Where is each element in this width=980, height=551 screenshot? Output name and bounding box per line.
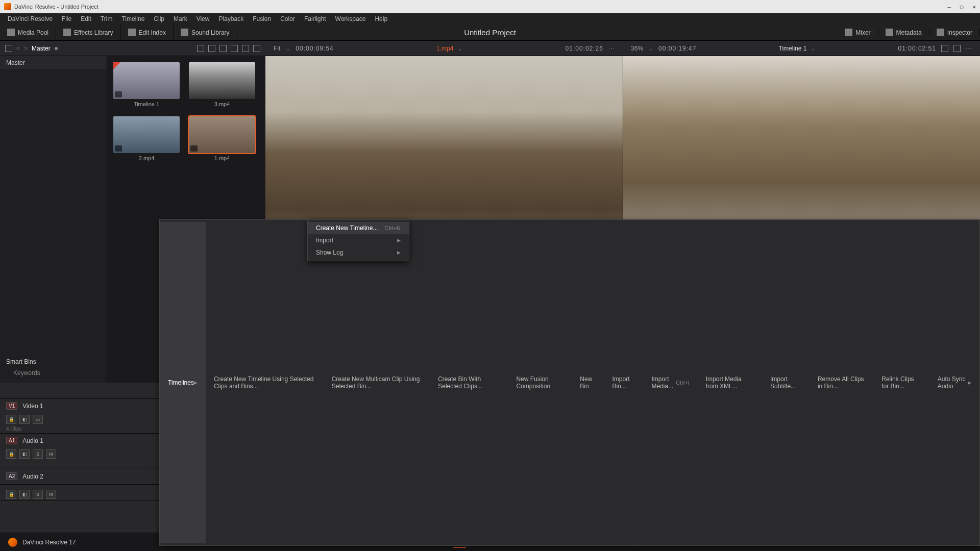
window-controls: — ▢ ✕	[947, 4, 976, 10]
master-bin[interactable]: Master	[0, 56, 107, 69]
inspector-toggle[interactable]: Inspector	[929, 29, 980, 36]
src-current-tc: 01:00:02:26	[566, 45, 603, 52]
menu-clip[interactable]: Clip	[149, 14, 169, 24]
single-viewer-icon[interactable]	[953, 45, 961, 52]
app-icon	[4, 3, 11, 10]
mixer-icon	[845, 29, 852, 36]
close-button[interactable]: ✕	[972, 4, 976, 10]
options-icon[interactable]	[253, 45, 260, 52]
edit-index-toggle[interactable]: Edit Index	[121, 24, 174, 40]
ctx-create-new-timeline[interactable]: Create New Timeline...Ctrl+N	[308, 222, 409, 234]
src-zoom[interactable]: Fit	[274, 45, 280, 52]
mute-button[interactable]: M	[46, 490, 56, 499]
maximize-button[interactable]: ▢	[960, 4, 964, 10]
keywords-bin[interactable]: Keywords	[6, 367, 101, 379]
project-title: Untitled Project	[464, 28, 516, 37]
menu-workspace[interactable]: Workspace	[331, 14, 371, 24]
audio-badge-icon	[190, 145, 198, 152]
context-menu: Timelines▶ Create New Timeline Using Sel…	[159, 219, 980, 546]
inspector-icon	[937, 29, 944, 36]
grid-view-icon[interactable]	[208, 45, 215, 52]
menu-fairlight[interactable]: Fairlight	[300, 14, 331, 24]
sort-icon[interactable]	[219, 45, 227, 52]
effects-icon	[63, 29, 71, 36]
effects-toggle[interactable]: Effects Library	[56, 24, 120, 40]
ctx-timelines[interactable]: Timelines▶	[160, 222, 206, 543]
secondary-bar: <> Master Fit⌄ 00:00:09:54 1.mp4⌄ 01:00:…	[0, 41, 980, 56]
minimize-button[interactable]: —	[947, 4, 951, 10]
auto-select-icon[interactable]: ◧	[19, 449, 30, 459]
bin-view-icon[interactable]	[5, 45, 12, 52]
thumb-1mp4[interactable]: 1.mp4	[189, 116, 255, 161]
ctx-show-log[interactable]: Show Log▶	[308, 246, 409, 259]
metadata-toggle[interactable]: Metadata	[878, 29, 929, 36]
ctx-create-timeline-selected[interactable]: Create New Timeline Using Selected Clips…	[206, 222, 324, 543]
thumb-timeline-1[interactable]: Timeline 1	[113, 62, 180, 107]
auto-select-icon[interactable]: ◧	[19, 415, 30, 424]
search-icon[interactable]	[231, 45, 238, 52]
video-scopes-icon[interactable]	[941, 45, 948, 52]
src-duration-tc: 00:00:09:54	[296, 45, 333, 52]
ctx-create-bin-selected[interactable]: Create Bin With Selected Clips...	[430, 222, 508, 543]
solo-button[interactable]: S	[33, 449, 43, 459]
sound-icon	[181, 29, 188, 36]
bin-sidebar: Master Smart Bins Keywords	[0, 56, 107, 383]
menu-edit[interactable]: Edit	[76, 14, 96, 24]
menu-playback[interactable]: Playback	[214, 14, 248, 24]
list-view-icon[interactable]	[197, 45, 204, 52]
lock-icon[interactable]: 🔒	[6, 490, 16, 499]
mixer-toggle[interactable]: Mixer	[838, 29, 878, 36]
ctx-new-fusion[interactable]: New Fusion Composition	[508, 222, 572, 543]
ctx-remove-clips[interactable]: Remove All Clips in Bin...	[810, 222, 873, 543]
lock-icon[interactable]: 🔒	[6, 415, 16, 424]
prog-zoom[interactable]: 36%	[631, 45, 643, 52]
disable-video-icon[interactable]: ▭	[33, 415, 43, 424]
ctx-import-bin[interactable]: Import Bin...	[604, 222, 643, 543]
ctx-relink-clips[interactable]: Relink Clips for Bin...	[873, 222, 929, 543]
mute-button[interactable]: M	[46, 449, 56, 459]
ctx-import-media[interactable]: Import Media...Ctrl+I	[644, 222, 698, 543]
filter-icon[interactable]	[242, 45, 249, 52]
src-clip-name[interactable]: 1.mp4	[436, 45, 453, 52]
used-marker-icon	[113, 62, 120, 69]
audio-badge-icon	[115, 145, 122, 152]
context-submenu: Create New Timeline...Ctrl+N Import▶ Sho…	[307, 219, 409, 261]
menu-file[interactable]: File	[57, 14, 76, 24]
window-title: DaVinci Resolve - Untitled Project	[14, 4, 99, 10]
media-pool-icon	[7, 29, 15, 36]
ctx-create-multicam[interactable]: Create New Multicam Clip Using Selected …	[324, 222, 430, 543]
prog-current-tc: 01:00:02:51	[898, 45, 936, 52]
ctx-auto-sync[interactable]: Auto Sync Audio▶	[929, 222, 979, 543]
ctx-import-sub[interactable]: Import▶	[308, 234, 409, 246]
bin-path[interactable]: Master	[32, 45, 51, 52]
smart-bins-header[interactable]: Smart Bins	[6, 356, 101, 367]
menu-davinci[interactable]: DaVinci Resolve	[3, 14, 57, 24]
metadata-icon	[886, 29, 893, 36]
top-toolbar: Media Pool Effects Library Edit Index So…	[0, 24, 980, 41]
ctx-new-bin[interactable]: New Bin	[572, 222, 604, 543]
menu-view[interactable]: View	[192, 14, 214, 24]
auto-select-icon[interactable]: ◧	[19, 490, 30, 499]
menu-color[interactable]: Color	[276, 14, 300, 24]
status-dot	[55, 47, 58, 50]
media-pool-toggle[interactable]: Media Pool	[0, 24, 56, 40]
prog-timeline-name[interactable]: Timeline 1	[779, 45, 807, 52]
menu-fusion[interactable]: Fusion	[248, 14, 276, 24]
thumb-3mp4[interactable]: 3.mp4	[189, 62, 255, 107]
prog-duration-tc: 00:00:19:47	[658, 45, 696, 52]
edit-index-icon	[128, 29, 136, 36]
lock-icon[interactable]: 🔒	[6, 449, 16, 459]
thumb-2mp4[interactable]: 2.mp4	[113, 116, 180, 161]
ctx-import-xml[interactable]: Import Media from XML...	[698, 222, 762, 543]
titlebar: DaVinci Resolve - Untitled Project — ▢ ✕	[0, 0, 980, 13]
resolve-logo-icon	[8, 538, 17, 547]
menu-help[interactable]: Help	[370, 14, 392, 24]
menu-trim[interactable]: Trim	[96, 14, 117, 24]
menubar: DaVinci Resolve File Edit Trim Timeline …	[0, 13, 980, 24]
sound-library-toggle[interactable]: Sound Library	[174, 24, 237, 40]
timeline-badge-icon	[115, 91, 122, 97]
solo-button[interactable]: S	[33, 490, 43, 499]
ctx-import-subtitle[interactable]: Import Subtitle...	[762, 222, 810, 543]
menu-timeline[interactable]: Timeline	[117, 14, 149, 24]
menu-mark[interactable]: Mark	[169, 14, 192, 24]
